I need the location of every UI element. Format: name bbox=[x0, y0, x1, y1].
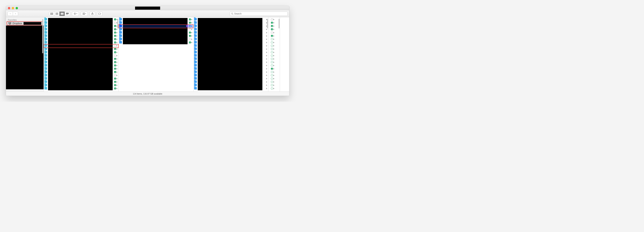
chevron-right-icon bbox=[274, 32, 274, 33]
column-scrollbar[interactable] bbox=[278, 19, 280, 28]
grid-group-icon bbox=[82, 13, 86, 15]
folder-icon[interactable] bbox=[44, 38, 47, 40]
folder-icon[interactable] bbox=[194, 25, 197, 27]
folder-icon[interactable] bbox=[119, 38, 122, 40]
sync-badge bbox=[271, 77, 273, 80]
folder-icon[interactable] bbox=[194, 61, 197, 63]
folder-icon[interactable] bbox=[194, 21, 197, 24]
folder-icon[interactable] bbox=[44, 31, 47, 34]
folder-icon[interactable] bbox=[44, 34, 47, 37]
folder-icon[interactable] bbox=[194, 51, 197, 53]
folder-icon[interactable] bbox=[44, 77, 47, 80]
folder-icon[interactable] bbox=[194, 74, 197, 76]
folder-icon[interactable] bbox=[44, 80, 47, 83]
folder-icon[interactable] bbox=[194, 48, 197, 50]
chevron-right-icon bbox=[116, 58, 118, 60]
folder-icon[interactable] bbox=[44, 28, 47, 30]
action-menu-button[interactable] bbox=[72, 12, 79, 16]
svg-rect-18 bbox=[83, 13, 84, 14]
view-column-button[interactable] bbox=[60, 12, 65, 16]
sidebar-scrollbar[interactable] bbox=[42, 19, 43, 53]
sync-badge bbox=[114, 41, 116, 44]
status-strip bbox=[188, 17, 193, 91]
search-input[interactable] bbox=[234, 12, 286, 15]
folder-icon[interactable] bbox=[44, 51, 47, 53]
folder-icon[interactable] bbox=[44, 48, 47, 50]
chevron-right-icon bbox=[192, 19, 192, 20]
folder-icon[interactable] bbox=[44, 25, 47, 27]
folder-icon[interactable] bbox=[119, 21, 122, 24]
chevron-right-icon bbox=[116, 52, 118, 53]
folder-icon[interactable] bbox=[194, 18, 197, 21]
folder-icon[interactable] bbox=[194, 77, 197, 80]
minimize-window-button[interactable] bbox=[12, 7, 14, 9]
folder-icon[interactable] bbox=[194, 64, 197, 66]
folder-icon[interactable] bbox=[194, 87, 197, 89]
folder-strip bbox=[44, 17, 48, 91]
folder-icon[interactable] bbox=[44, 84, 47, 86]
folder-icon[interactable] bbox=[44, 87, 47, 89]
column-2: || bbox=[194, 17, 268, 91]
folder-icon[interactable] bbox=[119, 41, 122, 44]
zoom-window-button[interactable] bbox=[16, 7, 18, 9]
folder-icon[interactable] bbox=[194, 31, 197, 34]
folder-icon[interactable] bbox=[194, 54, 197, 57]
folder-icon[interactable] bbox=[119, 28, 122, 30]
chevron-right-icon bbox=[116, 48, 118, 50]
folder-icon[interactable] bbox=[119, 31, 122, 34]
folder-icon[interactable] bbox=[194, 71, 197, 73]
sync-badge bbox=[114, 84, 116, 86]
column-scrollbar[interactable] bbox=[117, 19, 118, 28]
list-item-status bbox=[264, 34, 267, 37]
view-icon-button[interactable] bbox=[49, 12, 54, 16]
search-field[interactable] bbox=[230, 12, 288, 16]
share-button[interactable] bbox=[90, 12, 95, 16]
folder-icon[interactable] bbox=[119, 34, 122, 37]
chevron-right-icon bbox=[116, 29, 118, 30]
folder-icon[interactable] bbox=[44, 71, 47, 73]
folder-icon[interactable] bbox=[119, 18, 122, 21]
folder-icon[interactable] bbox=[44, 64, 47, 66]
folder-icon[interactable] bbox=[44, 67, 47, 70]
folder-icon[interactable] bbox=[194, 80, 197, 83]
folder-icon[interactable] bbox=[194, 57, 197, 60]
folder-icon[interactable] bbox=[194, 41, 197, 44]
folder-icon[interactable] bbox=[119, 25, 122, 27]
svg-rect-9 bbox=[61, 13, 62, 15]
group-menu-button[interactable] bbox=[81, 12, 88, 16]
folder-icon[interactable] bbox=[44, 57, 47, 60]
sync-badge bbox=[114, 35, 116, 37]
folder-icon[interactable] bbox=[194, 67, 197, 70]
folder-icon[interactable] bbox=[44, 18, 47, 21]
sidebar-item-dropbox[interactable]: Dropbox bbox=[7, 22, 43, 25]
list-item-status bbox=[114, 31, 118, 34]
back-button[interactable]: ‹ bbox=[8, 12, 13, 16]
statusbar: 114 items, 116.97 GB available bbox=[6, 91, 289, 96]
window-controls bbox=[8, 7, 18, 9]
column-scrollbar[interactable] bbox=[267, 19, 268, 28]
sync-badge bbox=[271, 87, 273, 89]
chevron-right-icon bbox=[274, 61, 274, 63]
close-window-button[interactable] bbox=[8, 7, 10, 9]
view-gallery-button[interactable] bbox=[65, 12, 70, 16]
folder-icon[interactable] bbox=[194, 84, 197, 86]
sync-badge bbox=[271, 55, 273, 57]
list-item-status bbox=[114, 84, 118, 87]
column-content-redacted bbox=[198, 18, 262, 90]
folder-icon[interactable] bbox=[194, 38, 197, 40]
folder-icon[interactable] bbox=[194, 44, 197, 47]
list-item-status bbox=[114, 34, 118, 37]
folder-icon[interactable] bbox=[194, 28, 197, 30]
folder-icon[interactable] bbox=[44, 21, 47, 24]
view-list-button[interactable] bbox=[54, 12, 60, 16]
chevron-right-icon bbox=[274, 65, 274, 66]
chevron-right-icon bbox=[116, 39, 118, 40]
folder-icon[interactable] bbox=[44, 44, 47, 47]
folder-icon[interactable] bbox=[44, 41, 47, 44]
tags-button[interactable] bbox=[97, 12, 102, 16]
forward-button[interactable]: › bbox=[13, 12, 18, 16]
folder-icon[interactable] bbox=[194, 34, 197, 37]
folder-icon[interactable] bbox=[44, 54, 47, 57]
folder-icon[interactable] bbox=[44, 61, 47, 63]
folder-icon[interactable] bbox=[44, 74, 47, 76]
